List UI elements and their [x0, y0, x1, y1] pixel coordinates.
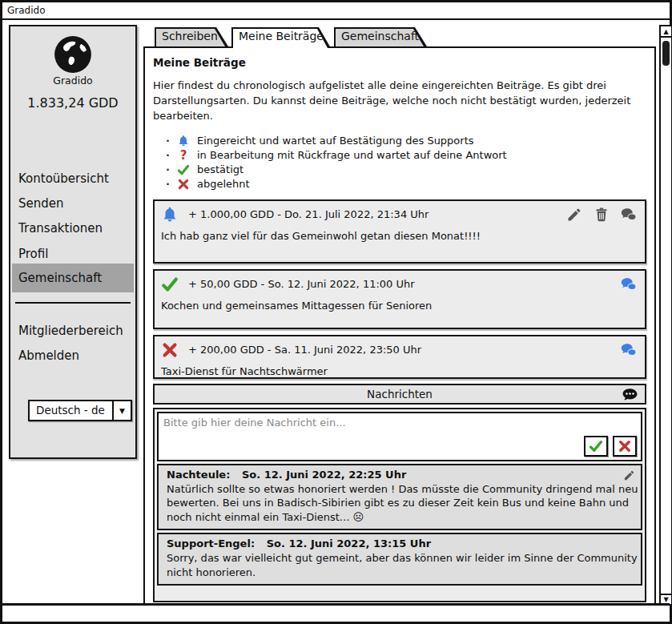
- window-statusbar: [2, 603, 670, 622]
- edit-icon[interactable]: [566, 207, 582, 223]
- contribution-amount-date: + 200,00 GDD - Sa. 11. Juni 2022, 23:50 …: [188, 344, 421, 356]
- main-panel: Meine Beiträge Hier findest du chronolog…: [143, 46, 656, 605]
- legend-item: · Eingereicht und wartet auf Bestätigung…: [166, 134, 646, 148]
- message-item: Support-Engel: So. 12. Juni 2022, 13:15 …: [157, 533, 642, 586]
- cross-icon: [161, 341, 180, 359]
- sidebar-item-abmelden[interactable]: Abmelden: [12, 344, 134, 367]
- question-icon: ?: [176, 148, 191, 163]
- sidebar-item-senden[interactable]: Senden: [12, 192, 134, 215]
- tab-meine-beitraege[interactable]: Meine Beiträge: [231, 27, 331, 46]
- sidebar-divider: [15, 302, 131, 304]
- contribution-card: + 50,00 GDD - So. 12. Juni 2022, 11:00 U…: [153, 269, 646, 329]
- message-input[interactable]: [163, 417, 638, 437]
- chat-icon[interactable]: [621, 276, 637, 292]
- window-title: Gradido: [7, 5, 46, 16]
- message-time: So. 12. Juni 2022, 22:25 Uhr: [242, 469, 406, 481]
- sidebar-item-profil[interactable]: Profil: [12, 243, 134, 265]
- contribution-amount-date: + 50,00 GDD - So. 12. Juni 2022, 11:00 U…: [188, 278, 415, 290]
- language-dropdown-value: Deutsch - de: [28, 400, 112, 421]
- message-author: Support-Engel:: [167, 537, 255, 550]
- sidebar-item-kontouebersicht[interactable]: Kontoübersicht: [12, 167, 134, 190]
- edit-icon[interactable]: [623, 469, 635, 481]
- bell-icon: [161, 206, 180, 223]
- cancel-button[interactable]: [613, 436, 637, 457]
- trash-icon[interactable]: [594, 207, 610, 223]
- status-legend: · Eingereicht und wartet auf Bestätigung…: [166, 134, 646, 191]
- app-window: Gradido Gradido 1.833,24 GDD Kontoübersi…: [0, 0, 672, 624]
- vertical-scrollbar[interactable]: ▲ ▼: [659, 25, 672, 606]
- sidebar-item-transaktionen[interactable]: Transaktionen: [12, 217, 134, 240]
- sidebar: Gradido 1.833,24 GDD Kontoübersicht Send…: [9, 25, 137, 459]
- language-dropdown[interactable]: Deutsch - de ▼: [28, 400, 132, 421]
- sidebar-item-mitgliederbereich[interactable]: Mitgliederbereich: [12, 320, 134, 342]
- legend-item: · abgelehnt: [166, 177, 646, 191]
- message-text: Natürlich sollte so etwas honoriert werd…: [167, 482, 646, 525]
- message-time: So. 12. Juni 2022, 13:15 Uhr: [267, 537, 431, 550]
- chevron-down-icon[interactable]: ▼: [112, 400, 132, 421]
- speech-bubble-icon: [622, 387, 638, 404]
- bell-icon: [176, 134, 191, 148]
- message-item: Nachteule: So. 12. Juni 2022, 22:25 Uhr …: [157, 464, 642, 531]
- gradido-logo: [10, 34, 135, 78]
- chat-icon[interactable]: [621, 342, 637, 358]
- page-title: Meine Beiträge: [153, 56, 646, 69]
- contribution-card: + 200,00 GDD - Sa. 11. Juni 2022, 23:50 …: [153, 335, 646, 379]
- legend-label: Eingereicht und wartet auf Bestätigung d…: [197, 135, 474, 147]
- legend-label: abgelehnt: [197, 178, 250, 190]
- message-text: Sorry, das war vielleicht gut gemeint, a…: [167, 551, 646, 579]
- tab-schreiben[interactable]: Schreiben: [155, 27, 228, 46]
- contribution-card: + 1.000,00 GDD - Do. 21. Juli 2022, 21:3…: [153, 199, 646, 264]
- legend-item: · ? in Bearbeitung mit Rückfrage und war…: [166, 148, 646, 163]
- send-confirm-button[interactable]: [584, 436, 608, 457]
- message-author: Nachteule:: [167, 469, 230, 481]
- legend-item: · bestätigt: [166, 163, 646, 177]
- check-icon: [176, 163, 191, 177]
- legend-label: in Bearbeitung mit Rückfrage und wartet …: [197, 149, 507, 161]
- messages-header: Nachrichten: [153, 384, 646, 405]
- content-tabs: Schreiben Meine Beiträge Gemeinschaft: [155, 27, 430, 46]
- contribution-amount-date: + 1.000,00 GDD - Do. 21. Juli 2022, 21:3…: [188, 208, 429, 220]
- contribution-text: Kochen und gemeinsames Mittagessen für S…: [155, 293, 645, 312]
- intro-text: Hier findest du chronologisch aufgeliste…: [153, 79, 634, 124]
- chat-icon[interactable]: [621, 207, 637, 223]
- messages-header-label: Nachrichten: [367, 388, 433, 401]
- scroll-up-icon[interactable]: ▲: [661, 26, 671, 38]
- contribution-text: Taxi-Dienst für Nachtschwärmer: [155, 359, 645, 377]
- legend-label: bestätigt: [197, 163, 243, 175]
- check-icon: [589, 439, 603, 453]
- contribution-text: Ich hab ganz viel für das Gemeinwohl get…: [155, 223, 645, 242]
- balance-amount: 1.833,24 GDD: [10, 95, 135, 111]
- window-titlebar: Gradido: [2, 2, 670, 20]
- messages-panel: Nachteule: So. 12. Juni 2022, 22:25 Uhr …: [153, 408, 646, 602]
- cross-icon: [176, 177, 191, 191]
- message-input-box: [157, 412, 642, 461]
- sidebar-item-gemeinschaft[interactable]: Gemeinschaft: [12, 264, 134, 292]
- logo-label: Gradido: [10, 74, 135, 87]
- check-icon: [161, 276, 180, 293]
- cross-icon: [618, 439, 632, 453]
- scrollbar-thumb[interactable]: [662, 41, 670, 66]
- tab-gemeinschaft[interactable]: Gemeinschaft: [334, 27, 427, 46]
